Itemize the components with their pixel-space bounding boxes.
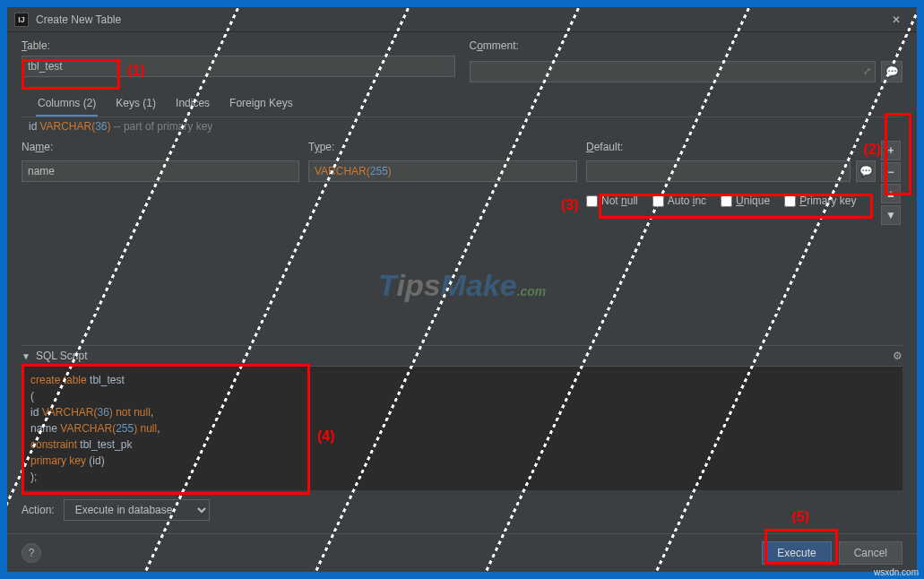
column-default-input[interactable] [586,160,851,182]
column-side-buttons: + − ▲ ▼ [881,141,902,225]
action-select[interactable]: Execute in database [64,499,210,521]
check-unique[interactable]: Unique [721,194,770,207]
titlebar: IJ Create New Table ✕ [7,7,917,32]
default-extra-button[interactable]: 💬 [856,160,876,182]
comment-extra-button[interactable]: 💬 [881,61,902,82]
tab-foreign-keys[interactable]: Foreign Keys [228,93,295,117]
cancel-button[interactable]: Cancel [839,541,902,565]
watermark-logo: TipsMake.com [378,268,547,303]
window-title: Create New Table [36,13,883,26]
dialog-content: Table: Comment: ⤢ 💬 Columns (2) Keys (1)… [7,32,917,533]
tab-indices[interactable]: Indices [174,93,212,117]
column-type-input[interactable]: VARCHAR(255) [308,160,577,182]
tab-bar: Columns (2) Keys (1) Indices Foreign Key… [22,91,902,117]
table-name-input[interactable] [22,56,455,77]
default-label: Default: [586,141,876,153]
column-name-input[interactable] [22,160,299,182]
move-down-button[interactable]: ▼ [881,205,901,225]
collapse-icon[interactable]: ▼ [22,351,30,361]
column-list-row[interactable]: id VARCHAR(36) -- part of primary key [22,117,902,135]
comment-label: Comment: [470,39,903,52]
table-label: Table: [22,39,455,52]
app-icon: IJ [14,13,29,27]
sql-script-editor[interactable]: create table tbl_test ( id VARCHAR(36) n… [22,367,902,490]
execute-button[interactable]: Execute [762,541,831,565]
name-label: Name: [22,141,299,153]
constraint-checks: Not null Auto inc Unique Primary key [586,194,876,207]
action-label: Action: [22,504,55,516]
check-auto-inc[interactable]: Auto inc [652,194,706,207]
check-not-null[interactable]: Not null [586,194,638,207]
col-name: id [29,120,37,133]
dialog-footer: ? Execute Cancel [7,533,917,572]
remove-column-button[interactable]: − [881,162,901,182]
sql-script-header[interactable]: ▼ SQL Script ⚙ [22,345,902,367]
check-primary-key[interactable]: Primary key [784,194,856,207]
tab-keys[interactable]: Keys (1) [114,93,158,117]
tab-columns[interactable]: Columns (2) [36,93,98,117]
help-button[interactable]: ? [22,543,41,563]
move-up-button[interactable]: ▲ [881,184,901,203]
add-column-button[interactable]: + [881,141,901,160]
close-icon[interactable]: ✕ [883,9,910,30]
gear-icon[interactable]: ⚙ [893,350,902,362]
comment-input[interactable]: ⤢ [470,61,877,82]
attribution: wsxdn.com [874,567,919,577]
col-comment: -- part of primary key [114,120,213,133]
col-type: VARCHAR(36) [39,120,110,133]
type-label: Type: [308,141,577,153]
expand-icon[interactable]: ⤢ [863,65,871,77]
create-table-dialog: IJ Create New Table ✕ Table: Comment: ⤢ … [7,7,917,572]
sql-script-label: SQL Script [36,350,88,362]
